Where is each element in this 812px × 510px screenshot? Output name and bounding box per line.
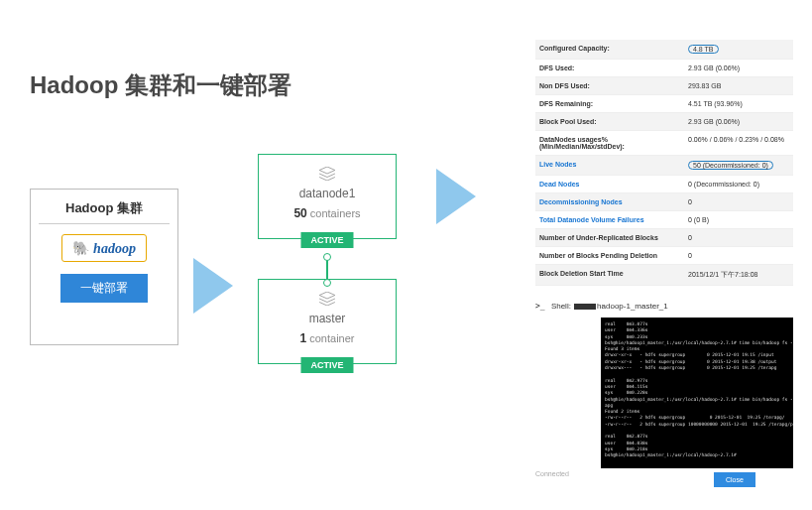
row-label: Block Pool Used: [535, 113, 684, 130]
row-value: 293.83 GB [684, 77, 793, 94]
row-value: 0 [684, 193, 793, 210]
table-row: Number of Under-Replicated Blocks0 [535, 229, 793, 247]
shell-title: >_ Shell: hadoop-1_master_1 [535, 302, 668, 311]
row-value: 0 [684, 247, 793, 264]
table-row: Configured Capacity:4.8 TB [535, 40, 793, 60]
row-label[interactable]: Decommissioning Nodes [535, 193, 684, 210]
cluster-title: Hadoop 集群 [39, 199, 170, 217]
master-suffix: container [306, 332, 354, 344]
row-value: 0.06% / 0.06% / 0.23% / 0.08% [684, 131, 793, 155]
stack-icon [318, 167, 336, 181]
shell-label: Shell: [551, 302, 573, 311]
row-label: DFS Used: [535, 60, 684, 76]
shell-connected-status: Connected [535, 470, 569, 477]
row-label: Configured Capacity: [535, 40, 684, 59]
row-value: 0 (0 B) [684, 211, 793, 228]
table-row: Block Deletion Start Time2015/12/1 下午7:1… [535, 265, 793, 286]
row-label: Non DFS Used: [535, 77, 684, 94]
row-label[interactable]: Dead Nodes [535, 176, 684, 192]
datanode-containers: 50 containers [267, 206, 388, 220]
datanode-name: datanode1 [267, 187, 388, 200]
table-row: Dead Nodes0 (Decommissioned: 0) [535, 176, 793, 193]
table-row: DataNodes usages% (Min/Median/Max/stdDev… [535, 131, 793, 156]
highlighted-value: 50 (Decommissioned: 0) [688, 161, 773, 170]
arrow-right-icon [193, 258, 233, 314]
table-row: Decommissioning Nodes0 [535, 193, 793, 211]
row-label[interactable]: Live Nodes [535, 156, 684, 175]
master-status-badge: ACTIVE [300, 357, 353, 373]
arrow-right-icon [436, 169, 476, 224]
cluster-card: Hadoop 集群 🐘hadoop 一键部署 [30, 189, 178, 345]
row-value: 2.93 GB (0.06%) [684, 60, 793, 76]
row-label: Number of Under-Replicated Blocks [535, 229, 684, 246]
row-label: DataNodes usages% (Min/Median/Max/stdDev… [535, 131, 684, 155]
datanode-count: 50 [293, 206, 306, 220]
table-row: Total Datanode Volume Failures0 (0 B) [535, 211, 793, 229]
highlighted-value: 4.8 TB [688, 45, 719, 54]
details-table: Configured Capacity:4.8 TBDFS Used:2.93 … [535, 40, 793, 286]
master-name: master [267, 312, 388, 325]
node-connector-line [326, 260, 328, 280]
shell-smudge [574, 304, 596, 310]
row-label: DFS Remaining: [535, 95, 684, 112]
row-value: 4.8 TB [684, 40, 793, 59]
row-value: 2015/12/1 下午7:18:08 [684, 265, 793, 285]
row-value: 4.51 TB (93.96%) [684, 95, 793, 112]
divider [39, 223, 170, 224]
table-row: Non DFS Used:293.83 GB [535, 77, 793, 95]
master-containers: 1 container [267, 331, 388, 345]
close-button[interactable]: Close [714, 472, 755, 487]
datanode-status-badge: ACTIVE [300, 232, 353, 248]
table-row: DFS Used:2.93 GB (0.06%) [535, 60, 793, 77]
table-row: Block Pool Used:2.93 GB (0.06%) [535, 113, 793, 131]
stack-icon [318, 292, 336, 306]
datanode-suffix: containers [307, 207, 361, 219]
row-value: 0 (Decommissioned: 0) [684, 176, 793, 192]
table-row: DFS Remaining:4.51 TB (93.96%) [535, 95, 793, 113]
row-label: Block Deletion Start Time [535, 265, 684, 285]
row-value: 2.93 GB (0.06%) [684, 113, 793, 130]
terminal-output[interactable]: real 0m3.077s user 0m4.336s sys 0m0.233s… [601, 318, 793, 468]
hadoop-elephant-icon: 🐘 [72, 240, 89, 256]
table-row: Number of Blocks Pending Deletion0 [535, 247, 793, 265]
shell-name: hadoop-1_master_1 [597, 302, 668, 311]
table-row: Live Nodes50 (Decommissioned: 0) [535, 156, 793, 176]
row-label[interactable]: Total Datanode Volume Failures [535, 211, 684, 228]
shell-prompt-icon: >_ [535, 302, 545, 311]
row-value: 0 [684, 229, 793, 246]
master-card: master 1 container ACTIVE [258, 279, 397, 364]
datanode-card: datanode1 50 containers ACTIVE [258, 154, 397, 239]
deploy-button[interactable]: 一键部署 [60, 274, 148, 303]
page-title: Hadoop 集群和一键部署 [30, 69, 291, 101]
row-label: Number of Blocks Pending Deletion [535, 247, 684, 264]
hadoop-logo-text: hadoop [93, 241, 136, 256]
row-value: 50 (Decommissioned: 0) [684, 156, 793, 175]
hadoop-logo: 🐘hadoop [61, 234, 147, 262]
